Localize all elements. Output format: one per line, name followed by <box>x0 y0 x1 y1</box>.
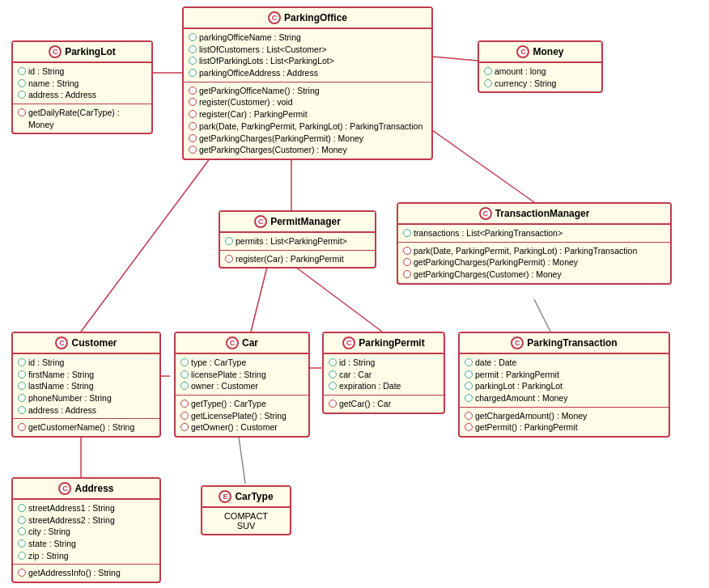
parkingpermit-attributes: id : String car : Car expiration : Date <box>324 354 444 396</box>
attr-item: id : String <box>329 357 439 369</box>
permitmanager-methods: register(Car) : ParkingPermit <box>220 251 375 268</box>
transactionmanager-type-icon: C <box>479 207 492 220</box>
customer-header: C Customer <box>13 333 159 354</box>
customer-attributes: id : String firstName : String lastName … <box>13 354 159 419</box>
parkinglot-name: ParkingLot <box>65 46 116 57</box>
parkingtransaction-type-icon: C <box>511 336 524 349</box>
svg-line-11 <box>239 437 245 484</box>
method-item: park(Date, ParkingPermit, ParkingLot) : … <box>403 245 665 257</box>
method-item: getChargedAmount() : Money <box>465 410 664 422</box>
parkingpermit-name: ParkingPermit <box>359 337 424 349</box>
attr-item: listOfCustomers : List<Customer> <box>189 44 427 56</box>
method-item: register(Car) : ParkingPermit <box>225 253 370 265</box>
permitmanager-attributes: permits : List<ParkingPermit> <box>220 233 375 251</box>
attr-item: chargedAmount : Money <box>465 392 664 404</box>
attr-item: car : Car <box>329 369 439 381</box>
money-header: C Money <box>479 42 601 63</box>
attr-item: city : String <box>18 526 155 538</box>
parkingoffice-header: C ParkingOffice <box>184 8 431 29</box>
attr-item: licensePlate : String <box>180 369 304 381</box>
class-parkingoffice: C ParkingOffice parkingOfficeName : Stri… <box>182 6 433 160</box>
money-type-icon: C <box>516 45 529 58</box>
method-item: getDailyRate(CarType) : Money <box>18 107 146 130</box>
class-cartype: E CarType COMPACT SUV <box>201 485 291 535</box>
method-item: register(Customer) : void <box>189 96 427 108</box>
parkingtransaction-methods: getChargedAmount() : Money getPermit() :… <box>460 408 669 436</box>
attr-item: id : String <box>18 66 146 78</box>
cartype-values: COMPACT SUV <box>202 508 290 534</box>
permitmanager-name: PermitManager <box>270 216 341 227</box>
method-item: getParkingCharges(Customer) : Money <box>189 144 427 156</box>
attr-item: permits : List<ParkingPermit> <box>225 235 370 247</box>
money-attributes: amount : long currency : String <box>479 63 601 91</box>
svg-line-1 <box>433 57 478 61</box>
money-name: Money <box>533 46 563 57</box>
svg-line-6 <box>251 267 267 332</box>
customer-name: Customer <box>71 337 117 349</box>
customer-type-icon: C <box>55 336 68 349</box>
attr-item: currency : String <box>484 78 596 90</box>
parkingpermit-header: C ParkingPermit <box>324 333 444 354</box>
method-item: getParkingCharges(ParkingPermit) : Money <box>189 133 427 145</box>
attr-item: transactions : List<ParkingTransaction> <box>403 227 665 239</box>
attr-item: zip : String <box>18 550 155 562</box>
attr-item: streetAddress1 : String <box>18 502 155 514</box>
car-name: Car <box>242 337 258 349</box>
attr-item: address : Address <box>18 89 146 101</box>
class-money: C Money amount : long currency : String <box>478 40 603 93</box>
permitmanager-header: C PermitManager <box>220 212 375 233</box>
parkinglot-header: C ParkingLot <box>13 42 151 63</box>
class-parkinglot: C ParkingLot id : String name : String a… <box>11 40 153 134</box>
attr-item: listOfParkingLots : List<ParkingLot> <box>189 55 427 67</box>
transactionmanager-header: C TransactionManager <box>398 204 670 225</box>
class-address: C Address streetAddress1 : String street… <box>11 477 161 583</box>
permitmanager-type-icon: C <box>254 215 267 228</box>
attr-item: amount : long <box>484 66 596 78</box>
method-item: park(Date, ParkingPermit, ParkingLot) : … <box>189 121 427 133</box>
svg-line-7 <box>534 299 550 332</box>
transactionmanager-name: TransactionManager <box>495 208 590 219</box>
method-item: getParkingOfficeName() : String <box>189 85 427 97</box>
customer-methods: getCustomerName() : String <box>13 419 159 436</box>
cartype-type-icon: E <box>219 490 231 503</box>
method-item: register(Car) : ParkingPermit <box>189 108 427 121</box>
car-attributes: type : CarType licensePlate : String own… <box>176 354 308 396</box>
class-permitmanager: C PermitManager permits : List<ParkingPe… <box>219 210 376 269</box>
attr-item: streetAddress2 : String <box>18 514 155 527</box>
parkingtransaction-name: ParkingTransaction <box>527 337 617 349</box>
cartype-header: E CarType <box>202 487 290 508</box>
method-item: getPermit() : ParkingPermit <box>465 421 664 434</box>
parkingoffice-name: ParkingOffice <box>284 12 347 23</box>
attr-item: permit : ParkingPermit <box>465 369 664 381</box>
attr-item: firstName : String <box>18 369 155 381</box>
method-item: getParkingCharges(Customer) : Money <box>403 269 665 281</box>
class-transactionmanager: C TransactionManager transactions : List… <box>397 202 672 285</box>
attr-item: phoneNumber : String <box>18 392 155 404</box>
method-item: getCar() : Car <box>329 398 439 410</box>
address-type-icon: C <box>58 482 71 495</box>
enum-value: COMPACT <box>209 511 283 521</box>
method-item: getCustomerName() : String <box>18 421 155 434</box>
parkingpermit-type-icon: C <box>342 336 355 349</box>
method-item: getAddressInfo() : String <box>18 567 155 579</box>
parkingoffice-methods: getParkingOfficeName() : String register… <box>184 82 431 159</box>
attr-item: parkingOfficeAddress : Address <box>189 67 427 79</box>
car-type-icon: C <box>226 336 239 349</box>
class-car: C Car type : CarType licensePlate : Stri… <box>174 332 310 438</box>
address-attributes: streetAddress1 : String streetAddress2 :… <box>13 500 159 565</box>
svg-line-5 <box>295 267 382 332</box>
car-header: C Car <box>176 333 308 354</box>
attr-item: expiration : Date <box>329 380 439 392</box>
class-customer: C Customer id : String firstName : Strin… <box>11 332 161 438</box>
transactionmanager-attributes: transactions : List<ParkingTransaction> <box>398 225 670 243</box>
class-parkingpermit: C ParkingPermit id : String car : Car ex… <box>322 332 445 414</box>
method-item: getOwner() : Customer <box>180 421 304 434</box>
transactionmanager-methods: park(Date, ParkingPermit, ParkingLot) : … <box>398 243 670 283</box>
parkingpermit-methods: getCar() : Car <box>324 396 444 412</box>
attr-item: date : Date <box>465 357 664 369</box>
attr-item: lastName : String <box>18 380 155 392</box>
parkingoffice-type-icon: C <box>268 11 281 24</box>
car-methods: getType() : CarType getLicensePlate() : … <box>176 396 308 436</box>
address-methods: getAddressInfo() : String <box>13 565 159 582</box>
class-parkingtransaction: C ParkingTransaction date : Date permit … <box>458 332 670 438</box>
